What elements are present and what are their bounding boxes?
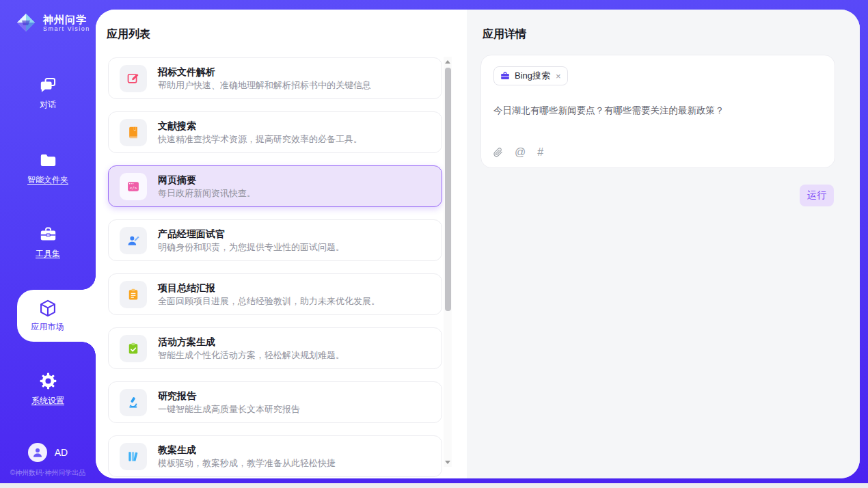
brand-name: 神州问学 — [43, 14, 90, 25]
app-card-desc: 明确身份和职责，为您提供专业性的面试问题。 — [158, 242, 344, 253]
sidebar-item-toolbox[interactable]: 工具集 — [0, 225, 96, 260]
book-icon — [120, 119, 147, 146]
sidebar-item-chat[interactable]: 对话 — [0, 76, 96, 111]
app-card-event-plan[interactable]: 活动方案生成 智能生成个性化活动方案，轻松解决规划难题。 — [108, 327, 442, 369]
sidebar-item-smart-folder[interactable]: 智能文件夹 — [0, 151, 96, 186]
gear-icon — [39, 372, 57, 390]
app-list-panel: 应用列表 招标文件解析 帮助用户快速、准确地理解和解析招标书中的关键信息 — [96, 10, 467, 478]
app-card-title: 文献搜索 — [158, 120, 362, 132]
mention-icon[interactable]: @ — [515, 147, 526, 158]
app-card-title: 活动方案生成 — [158, 336, 344, 348]
run-button[interactable]: 运行 — [800, 185, 834, 206]
brand-subtitle: Smart Vision — [43, 25, 90, 32]
app-card-title: 招标文件解析 — [158, 66, 371, 78]
avatar — [28, 443, 47, 462]
copyright-footer: ©神州数码·神州问学出品 — [0, 468, 96, 478]
app-card-bid-analysis[interactable]: 招标文件解析 帮助用户快速、准确地理解和解析招标书中的关键信息 — [108, 57, 442, 99]
sidebar-item-settings[interactable]: 系统设置 — [0, 372, 96, 407]
prompt-card: Bing搜索 × 今日湖北有哪些新闻要点？有哪些需要关注的最新政策？ @ # — [480, 55, 835, 168]
tab-curve-bottom — [82, 342, 96, 355]
sidebar-item-label: 工具集 — [36, 248, 60, 260]
app-card-desc: 每日政府新闻资讯快查。 — [158, 188, 256, 199]
main-content: 应用列表 招标文件解析 帮助用户快速、准确地理解和解析招标书中的关键信息 — [96, 10, 860, 478]
app-detail-title: 应用详情 — [483, 27, 860, 42]
cube-icon — [38, 299, 57, 318]
gem-logo-icon — [14, 10, 38, 35]
sidebar-item-label: 智能文件夹 — [27, 174, 68, 186]
app-card-title: 项目总结汇报 — [158, 282, 380, 294]
clipboard-check-icon — [120, 335, 147, 362]
tab-curve-top — [82, 276, 96, 290]
attachment-icon[interactable] — [493, 147, 503, 158]
app-card-title: 产品经理面试官 — [158, 228, 344, 240]
app-frame: 神州问学 Smart Vision 对话 智能文件夹 — [0, 0, 868, 483]
sidebar: 神州问学 Smart Vision 对话 智能文件夹 — [0, 0, 96, 483]
app-card-desc: 智能生成个性化活动方案，轻松解决规划难题。 — [158, 350, 344, 361]
app-card-web-summary[interactable]: </> 网页摘要 每日政府新闻资讯快查。 — [108, 165, 442, 207]
brand-logo: 神州问学 Smart Vision — [14, 10, 90, 35]
person-icon — [31, 446, 44, 459]
pen-square-icon — [120, 65, 147, 92]
list-scrollbar[interactable] — [444, 57, 452, 467]
app-card-pm-interviewer[interactable]: 产品经理面试官 明确身份和职责，为您提供专业性的面试问题。 — [108, 219, 442, 261]
clipboard-icon — [120, 281, 147, 308]
app-card-research-report[interactable]: 研究报告 一键智能生成高质量长文本研究报告 — [108, 381, 442, 423]
app-card-desc: 模板驱动，教案秒成，教学准备从此轻松快捷 — [158, 458, 336, 469]
hash-icon[interactable]: # — [537, 147, 543, 158]
app-card-project-summary[interactable]: 项目总结汇报 全面回顾项目进展，总结经验教训，助力未来优化发展。 — [108, 273, 442, 315]
sidebar-item-app-market[interactable]: 应用市场 — [17, 290, 96, 342]
app-card-desc: 快速精准查找学术资源，提高研究效率的必备工具。 — [158, 134, 362, 145]
svg-text:</>: </> — [130, 186, 137, 190]
toolbox-icon — [39, 225, 57, 243]
interviewer-icon — [120, 227, 147, 254]
prompt-input[interactable]: 今日湖北有哪些新闻要点？有哪些需要关注的最新政策？ — [493, 104, 822, 117]
tool-tag-label: Bing搜索 — [515, 70, 550, 82]
sidebar-item-label: 应用市场 — [31, 321, 64, 333]
browser-code-icon: </> — [120, 173, 147, 200]
scroll-down-arrow-icon[interactable] — [444, 457, 452, 467]
app-list-title: 应用列表 — [107, 27, 467, 42]
app-card-desc: 全面回顾项目进展，总结经验教训，助力未来优化发展。 — [158, 296, 380, 307]
chat-icon — [39, 76, 57, 94]
input-toolbar: @ # — [493, 147, 543, 158]
app-card-title: 研究报告 — [158, 390, 300, 402]
app-card-title: 教案生成 — [158, 444, 336, 456]
scroll-up-arrow-icon[interactable] — [444, 57, 452, 66]
sidebar-item-label: 对话 — [40, 99, 56, 111]
tool-tag-bing-search[interactable]: Bing搜索 × — [493, 66, 568, 85]
user-account[interactable]: AD — [0, 443, 96, 462]
books-icon — [120, 443, 147, 470]
app-card-literature-search[interactable]: 文献搜索 快速精准查找学术资源，提高研究效率的必备工具。 — [108, 111, 442, 153]
app-detail-panel: 应用详情 Bing搜索 × 今日湖北有哪些新闻要点？有哪些需要关注的最新政策？ — [467, 10, 860, 478]
folder-icon — [39, 151, 57, 170]
close-icon[interactable]: × — [556, 72, 561, 81]
app-cards: 招标文件解析 帮助用户快速、准确地理解和解析招标书中的关键信息 — [108, 57, 442, 478]
briefcase-icon — [500, 71, 510, 81]
microscope-icon — [120, 389, 147, 416]
user-label: AD — [55, 447, 68, 458]
app-card-desc: 一键智能生成高质量长文本研究报告 — [158, 404, 300, 415]
scrollbar-thumb[interactable] — [445, 68, 451, 311]
app-card-title: 网页摘要 — [158, 174, 256, 186]
app-card-desc: 帮助用户快速、准确地理解和解析招标书中的关键信息 — [158, 80, 371, 91]
sidebar-item-label: 系统设置 — [31, 395, 64, 407]
app-card-lesson-plan[interactable]: 教案生成 模板驱动，教案秒成，教学准备从此轻松快捷 — [108, 435, 442, 477]
